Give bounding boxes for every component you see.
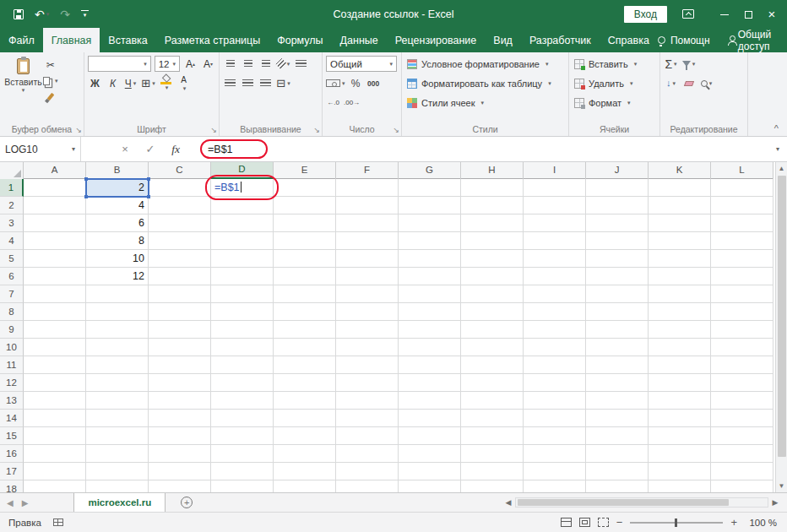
- cell-E15[interactable]: [274, 427, 336, 445]
- cell-L14[interactable]: [711, 410, 773, 427]
- row-header-14[interactable]: 14: [0, 410, 24, 427]
- cell-C2[interactable]: [149, 197, 211, 214]
- cell-H5[interactable]: [461, 250, 524, 268]
- cell-I18[interactable]: [524, 480, 586, 492]
- ribbon-display-options-icon[interactable]: [682, 9, 694, 19]
- cell-A3[interactable]: [24, 214, 86, 232]
- cell-F3[interactable]: [336, 214, 399, 232]
- cell-C9[interactable]: [149, 321, 211, 339]
- align-left-button[interactable]: [223, 75, 237, 91]
- cell-I6[interactable]: [524, 268, 586, 285]
- italic-button[interactable]: К: [106, 75, 120, 91]
- cell-G16[interactable]: [399, 445, 461, 463]
- fill-color-button[interactable]: [159, 75, 173, 91]
- orientation-button[interactable]: [276, 56, 290, 72]
- cell-D11[interactable]: [211, 356, 274, 374]
- cell-K12[interactable]: [649, 374, 711, 392]
- cell-E17[interactable]: [274, 463, 336, 480]
- enter-button[interactable]: ✓: [144, 143, 157, 155]
- cell-D9[interactable]: [211, 321, 274, 339]
- row-header-8[interactable]: 8: [0, 303, 24, 321]
- cell-C17[interactable]: [149, 463, 211, 480]
- row-header-3[interactable]: 3: [0, 214, 24, 232]
- cell-I13[interactable]: [524, 392, 586, 410]
- cell-C1[interactable]: [149, 179, 211, 197]
- paste-button[interactable]: Вставить ▾: [3, 55, 43, 123]
- cell-L5[interactable]: [711, 250, 773, 268]
- cell-F16[interactable]: [336, 445, 399, 463]
- cell-G1[interactable]: [399, 179, 461, 197]
- cell-J8[interactable]: [586, 303, 649, 321]
- cell-L13[interactable]: [711, 392, 773, 410]
- clear-button[interactable]: [681, 75, 696, 91]
- cell-G18[interactable]: [399, 480, 461, 492]
- horizontal-scroll-track[interactable]: [515, 497, 768, 508]
- cell-B11[interactable]: [86, 356, 149, 374]
- cut-button[interactable]: ✂: [43, 57, 58, 73]
- align-bottom-button[interactable]: [258, 56, 273, 72]
- cell-J2[interactable]: [586, 197, 649, 214]
- cell-A14[interactable]: [24, 410, 86, 427]
- cell-D1[interactable]: =B$1: [211, 179, 274, 197]
- cell-G17[interactable]: [399, 463, 461, 480]
- delete-cells-button[interactable]: Удалить: [573, 74, 656, 92]
- cell-A15[interactable]: [24, 427, 86, 445]
- cell-H7[interactable]: [461, 285, 524, 303]
- cell-A18[interactable]: [24, 480, 86, 492]
- number-dialog-launcher-icon[interactable]: ↘: [393, 127, 399, 134]
- sign-in-button[interactable]: Вход: [624, 6, 667, 23]
- cell-J14[interactable]: [586, 410, 649, 427]
- cell-H17[interactable]: [461, 463, 524, 480]
- cell-E7[interactable]: [274, 285, 336, 303]
- cell-A10[interactable]: [24, 339, 86, 356]
- cell-A5[interactable]: [24, 250, 86, 268]
- minimize-button[interactable]: [713, 0, 736, 28]
- cell-J1[interactable]: [586, 179, 649, 197]
- cell-B3[interactable]: 6: [86, 214, 149, 232]
- cell-B4[interactable]: 8: [86, 232, 149, 250]
- ribbon-tab-Разметка страницы[interactable]: Разметка страницы: [156, 28, 269, 52]
- next-sheet-icon[interactable]: ▶: [22, 498, 29, 508]
- cell-L15[interactable]: [711, 427, 773, 445]
- cell-D17[interactable]: [211, 463, 274, 480]
- cell-E13[interactable]: [274, 392, 336, 410]
- cell-A1[interactable]: [24, 179, 86, 197]
- sheet-tab-active[interactable]: microexcel.ru: [73, 493, 166, 512]
- row-header-5[interactable]: 5: [0, 250, 24, 268]
- row-header-4[interactable]: 4: [0, 232, 24, 250]
- cell-A13[interactable]: [24, 392, 86, 410]
- copy-button[interactable]: [43, 73, 58, 89]
- accounting-format-button[interactable]: [326, 75, 345, 91]
- redo-icon[interactable]: ↷: [60, 8, 70, 20]
- cell-A9[interactable]: [24, 321, 86, 339]
- align-middle-button[interactable]: [241, 56, 255, 72]
- cell-B1[interactable]: 2: [86, 179, 149, 197]
- cell-B10[interactable]: [86, 339, 149, 356]
- close-button[interactable]: ×: [760, 0, 784, 28]
- cell-H6[interactable]: [461, 268, 524, 285]
- insert-cells-button[interactable]: Вставить: [573, 55, 656, 73]
- cell-B6[interactable]: 12: [86, 268, 149, 285]
- cell-I3[interactable]: [524, 214, 586, 232]
- cell-I1[interactable]: [524, 179, 586, 197]
- row-header-1[interactable]: 1: [0, 179, 24, 197]
- cell-G9[interactable]: [399, 321, 461, 339]
- cell-K14[interactable]: [649, 410, 711, 427]
- cell-J5[interactable]: [586, 250, 649, 268]
- cell-I15[interactable]: [524, 427, 586, 445]
- cell-F9[interactable]: [336, 321, 399, 339]
- cell-C13[interactable]: [149, 392, 211, 410]
- column-header-K[interactable]: K: [649, 162, 711, 179]
- zoom-slider[interactable]: [630, 522, 723, 524]
- cell-H11[interactable]: [461, 356, 524, 374]
- cell-G10[interactable]: [399, 339, 461, 356]
- cell-J17[interactable]: [586, 463, 649, 480]
- zoom-out-button[interactable]: −: [616, 516, 623, 529]
- wrap-text-button[interactable]: [294, 56, 308, 72]
- cell-E16[interactable]: [274, 445, 336, 463]
- formula-input[interactable]: =B$1: [182, 144, 768, 155]
- alignment-dialog-launcher-icon[interactable]: ↘: [313, 127, 320, 134]
- cell-F8[interactable]: [336, 303, 399, 321]
- cell-C14[interactable]: [149, 410, 211, 427]
- cell-K10[interactable]: [649, 339, 711, 356]
